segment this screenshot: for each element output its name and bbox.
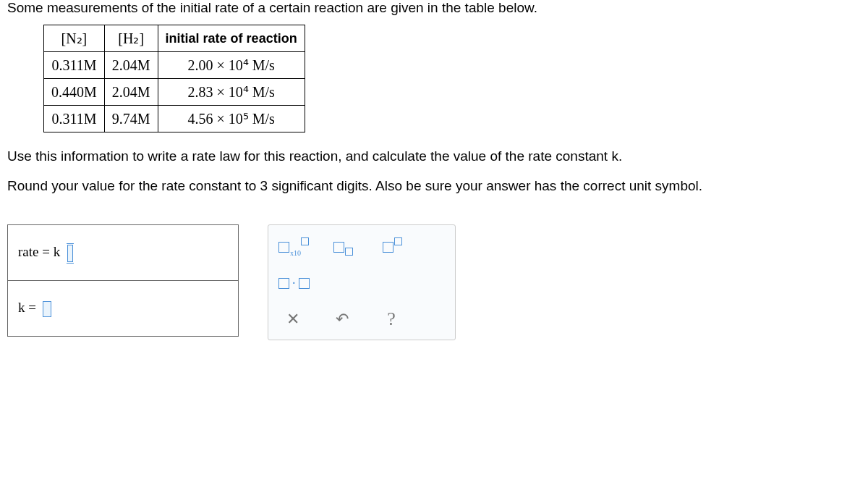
- rate-law-label: rate = k: [18, 244, 60, 259]
- cell-rate: 2.00 × 10⁴ M/s: [158, 52, 305, 79]
- box-icon: [394, 237, 402, 245]
- cell-rate: 4.56 × 10⁵ M/s: [158, 106, 305, 132]
- table-row: 0.311M 2.04M 2.00 × 10⁴ M/s: [44, 52, 305, 79]
- cell-n2: 0.311M: [44, 52, 105, 79]
- instruction-1: Use this information to write a rate law…: [7, 147, 861, 167]
- table-row: 0.440M 2.04M 2.83 × 10⁴ M/s: [44, 79, 305, 106]
- intro-text: Some measurements of the initial rate of…: [7, 0, 861, 16]
- k-value-cell[interactable]: k =: [8, 281, 239, 337]
- col-header-h2: [H₂]: [104, 25, 158, 52]
- k-value-input[interactable]: [43, 301, 51, 317]
- box-icon: [278, 242, 289, 253]
- rate-law-input[interactable]: [67, 245, 73, 262]
- cell-n2: 0.440M: [44, 79, 105, 106]
- dot-icon: ·: [292, 276, 296, 291]
- cell-rate: 2.83 × 10⁴ M/s: [158, 79, 305, 106]
- col-header-rate: initial rate of reaction: [158, 25, 305, 52]
- cell-n2: 0.311M: [44, 106, 105, 132]
- box-icon: [383, 242, 393, 253]
- clear-button[interactable]: ✕: [278, 308, 307, 331]
- box-icon: [299, 278, 310, 289]
- table-row: 0.311M 9.74M 4.56 × 10⁵ M/s: [44, 106, 305, 132]
- cell-h2: 9.74M: [104, 106, 158, 132]
- subscript-button[interactable]: [328, 235, 357, 258]
- box-icon: [345, 248, 353, 256]
- superscript-button[interactable]: [378, 235, 407, 258]
- scientific-notation-button[interactable]: x10: [278, 235, 308, 258]
- col-header-n2: [N₂]: [44, 25, 105, 52]
- help-button[interactable]: ?: [377, 308, 406, 331]
- cell-h2: 2.04M: [104, 52, 158, 79]
- undo-button[interactable]: ↶: [328, 308, 357, 331]
- k-label: k =: [18, 300, 36, 315]
- instruction-2: Round your value for the rate constant t…: [7, 177, 861, 196]
- cell-h2: 2.04M: [104, 79, 158, 106]
- box-icon: [301, 237, 309, 245]
- rate-law-cell[interactable]: rate = k: [8, 225, 239, 281]
- data-table: [N₂] [H₂] initial rate of reaction 0.311…: [43, 25, 305, 132]
- symbol-palette: x10 ·: [268, 224, 456, 340]
- box-icon: [333, 242, 344, 253]
- multiply-dot-button[interactable]: ·: [278, 271, 310, 295]
- box-icon: [278, 278, 289, 289]
- answer-table: rate = k k =: [7, 224, 239, 337]
